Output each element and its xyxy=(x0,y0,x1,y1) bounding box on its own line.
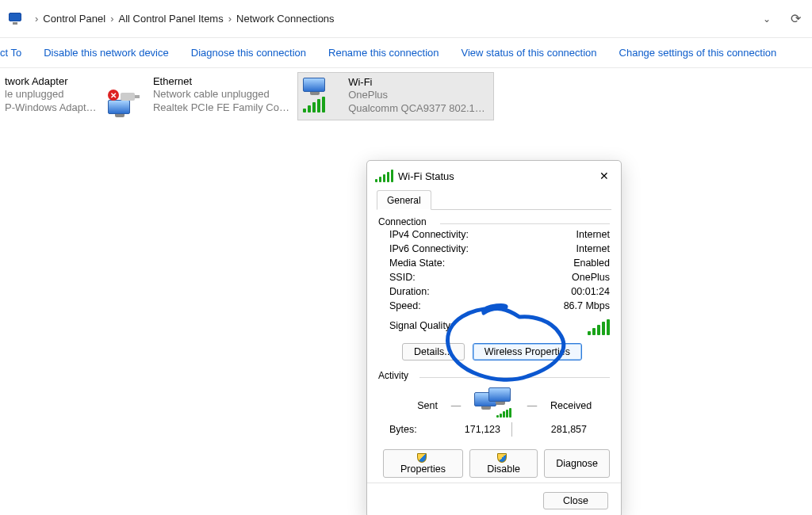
shield-icon xyxy=(497,453,507,463)
media-state-value: Enabled xyxy=(573,258,610,269)
tabset: General xyxy=(377,189,611,210)
ssid-value: OnePlus xyxy=(572,272,610,283)
adapter-tile-wifi-selected[interactable]: Wi-Fi OnePlus Qualcomm QCA9377 802.11ac … xyxy=(297,72,494,120)
bytes-received-value: 281,857 xyxy=(523,424,587,435)
bytes-sent-value: 171,123 xyxy=(437,424,500,435)
ethernet-icon: ✕ xyxy=(108,75,145,114)
duration-label: Duration: xyxy=(389,286,430,297)
diagnose-button[interactable]: Diagnose xyxy=(544,449,610,478)
dash-icon: — xyxy=(525,400,539,411)
adapter-device: P-Windows Adapter ... xyxy=(5,101,98,114)
adapter-status: OnePlus xyxy=(348,89,488,101)
ipv6-value: Internet xyxy=(576,243,610,254)
toolbar-rename[interactable]: Rename this connection xyxy=(328,47,439,59)
toolbar-disable-device[interactable]: Disable this network device xyxy=(44,47,169,59)
adapter-device: Realtek PCIe FE Family Controller xyxy=(153,101,293,114)
dialog-titlebar[interactable]: Wi-Fi Status ✕ xyxy=(367,161,621,189)
adapter-tile-ethernet[interactable]: ✕ Ethernet Network cable unplugged Realt… xyxy=(103,72,297,117)
disable-button-label: Disable xyxy=(487,464,520,475)
properties-button-label: Properties xyxy=(400,464,446,475)
group-activity: Activity Sent — — Received Bytes: 171,12… xyxy=(377,364,611,483)
wireless-properties-button[interactable]: Wireless Properties xyxy=(473,343,582,360)
signal-quality-icon xyxy=(588,321,610,335)
dialog-title: Wi-Fi Status xyxy=(398,170,454,182)
breadcrumb-bar: › Control Panel › All Control Panel Item… xyxy=(0,0,812,38)
adapter-tile-bluetooth[interactable]: twork Adapter le unplugged P-Windows Ada… xyxy=(0,72,103,117)
shield-icon xyxy=(417,453,427,463)
ipv6-label: IPv6 Connectivity: xyxy=(389,243,469,254)
speed-label: Speed: xyxy=(389,300,421,311)
group-legend-activity: Activity xyxy=(378,370,610,381)
divider xyxy=(511,422,512,437)
toolbar-connect-to[interactable]: ct To xyxy=(0,47,21,59)
toolbar: ct To Disable this network device Diagno… xyxy=(0,38,812,68)
media-state-label: Media State: xyxy=(389,258,445,269)
duration-value: 00:01:24 xyxy=(571,286,610,297)
bytes-label: Bytes: xyxy=(389,424,437,435)
group-legend-connection: Connection xyxy=(378,216,610,227)
close-icon[interactable]: ✕ xyxy=(596,167,613,185)
adapter-status: le unplugged xyxy=(5,88,98,101)
ssid-label: SSID: xyxy=(389,272,416,283)
breadcrumb-item-network-connections[interactable]: Network Connections xyxy=(236,13,335,25)
dash-icon: — xyxy=(449,400,463,411)
breadcrumb-item-all-items[interactable]: All Control Panel Items xyxy=(118,13,223,25)
ipv4-label: IPv4 Connectivity: xyxy=(389,229,469,240)
activity-icon xyxy=(474,387,514,411)
tab-general[interactable]: General xyxy=(377,190,431,210)
adapter-list: twork Adapter le unplugged P-Windows Ada… xyxy=(0,68,812,120)
adapter-title: twork Adapter xyxy=(5,75,98,88)
adapter-status: Network cable unplugged xyxy=(153,88,293,101)
sent-label: Sent xyxy=(390,400,438,411)
wifi-status-dialog: Wi-Fi Status ✕ General Connection IPv4 C… xyxy=(366,160,622,515)
toolbar-view-status[interactable]: View status of this connection xyxy=(462,47,597,59)
refresh-icon[interactable]: ⟳ xyxy=(787,10,804,28)
speed-value: 86.7 Mbps xyxy=(564,300,610,311)
dialog-footer: Close xyxy=(367,483,621,515)
adapter-title: Wi-Fi xyxy=(348,76,488,89)
group-connection: Connection IPv4 Connectivity:Internet IP… xyxy=(377,210,611,364)
breadcrumb-item-control-panel[interactable]: Control Panel xyxy=(43,13,105,25)
received-label: Received xyxy=(550,400,598,411)
breadcrumb-sep: › xyxy=(228,13,232,25)
adapter-title: Ethernet xyxy=(153,75,293,88)
signal-quality-label: Signal Quality: xyxy=(389,320,454,331)
wifi-icon xyxy=(303,76,340,115)
signal-bars-icon xyxy=(375,170,393,182)
disable-button[interactable]: Disable xyxy=(469,449,538,478)
details-button[interactable]: Details... xyxy=(402,343,465,360)
control-panel-icon xyxy=(8,11,24,27)
ipv4-value: Internet xyxy=(576,229,610,240)
chevron-down-icon[interactable]: ⌄ xyxy=(763,13,771,25)
toolbar-diagnose[interactable]: Diagnose this connection xyxy=(191,47,306,59)
toolbar-change-settings[interactable]: Change settings of this connection xyxy=(619,47,777,59)
breadcrumb-sep: › xyxy=(110,13,113,25)
adapter-device: Qualcomm QCA9377 802.11ac Wi... xyxy=(348,102,488,115)
properties-button[interactable]: Properties xyxy=(383,449,463,478)
close-button[interactable]: Close xyxy=(543,492,608,509)
breadcrumb-sep: › xyxy=(35,13,38,25)
